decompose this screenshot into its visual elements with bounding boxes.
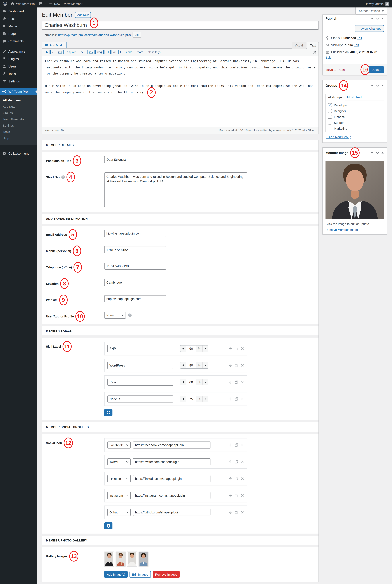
tab-visual[interactable]: Visual [292, 42, 306, 49]
collapse-toggle-icon[interactable] [382, 18, 384, 19]
sidebar-item-appearance[interactable]: Appearance [0, 48, 37, 55]
collapse-toggle-icon[interactable] [382, 152, 384, 153]
group-option-support[interactable]: Support [328, 121, 381, 125]
help-icon[interactable]: ? [61, 175, 65, 179]
stepper-increment-button[interactable] [202, 362, 208, 368]
stepper-decrement-button[interactable] [180, 396, 186, 402]
move-icon[interactable] [229, 494, 232, 497]
remove-icon[interactable] [241, 443, 244, 447]
wp-logo-menu[interactable]: W [3, 2, 7, 6]
add-social-button[interactable] [104, 522, 112, 529]
location-input[interactable] [104, 279, 166, 286]
skill-name-input[interactable] [107, 362, 173, 369]
social-url-input[interactable] [133, 458, 210, 465]
social-network-select[interactable]: Twitter [107, 458, 131, 465]
move-icon[interactable] [229, 460, 232, 463]
remove-icon[interactable] [241, 494, 244, 497]
sidebar-item-settings[interactable]: Settings [0, 78, 37, 85]
sidebar-item-comments[interactable]: Comments [0, 37, 37, 45]
social-network-select[interactable]: Facebook [107, 442, 131, 449]
duplicate-icon[interactable] [235, 460, 238, 463]
skill-name-input[interactable] [107, 345, 173, 352]
position-input[interactable] [104, 156, 166, 163]
sidebar-item-dashboard[interactable]: Dashboard [0, 8, 37, 15]
remove-member-image-link[interactable]: Remove Member image [326, 228, 358, 231]
duplicate-icon[interactable] [235, 443, 238, 447]
group-option-designer[interactable]: Designer [328, 109, 381, 113]
social-url-input[interactable] [133, 442, 210, 449]
stepper-value[interactable]: 75 [186, 396, 196, 402]
skill-name-input[interactable] [107, 379, 173, 386]
post-content-editor[interactable]: Charles Washburn was born and raised in … [42, 56, 318, 127]
telephone-input[interactable] [104, 262, 166, 269]
duplicate-icon[interactable] [235, 381, 238, 384]
submenu-groups[interactable]: Groups [0, 110, 37, 116]
remove-icon[interactable] [241, 477, 244, 480]
move-up-icon[interactable] [370, 151, 374, 154]
move-up-icon[interactable] [370, 84, 374, 87]
remove-icon[interactable] [241, 381, 244, 384]
quicktag-bold[interactable]: b [44, 50, 50, 55]
group-option-developer[interactable]: Developer [328, 103, 381, 107]
site-name-menu[interactable]: WP Team Pro [11, 2, 35, 6]
stepper-increment-button[interactable] [202, 379, 208, 385]
remove-icon[interactable] [241, 364, 244, 367]
submenu-help[interactable]: Help [0, 135, 37, 141]
checkbox[interactable] [328, 115, 332, 119]
post-title-input[interactable] [42, 21, 319, 30]
submenu-all-members[interactable]: All Members [0, 97, 37, 104]
move-icon[interactable] [229, 397, 232, 401]
remove-images-button[interactable]: Remove Images [152, 571, 180, 578]
screen-options-tab[interactable]: Screen Options [356, 8, 387, 15]
edit-permalink-button[interactable]: Edit [132, 32, 142, 38]
sidebar-item-media[interactable]: Media [0, 23, 37, 30]
remove-icon[interactable] [241, 511, 244, 514]
quicktag-code[interactable]: code [124, 50, 134, 55]
duplicate-icon[interactable] [235, 347, 238, 350]
social-url-input[interactable] [133, 509, 210, 516]
quicktag-li[interactable]: li [118, 50, 123, 55]
stepper-value[interactable]: 90 [186, 346, 196, 352]
stepper-value[interactable]: 80 [186, 362, 196, 368]
move-icon[interactable] [229, 364, 232, 367]
move-icon[interactable] [229, 477, 232, 480]
stepper-decrement-button[interactable] [180, 346, 186, 352]
duplicate-icon[interactable] [235, 477, 238, 480]
move-down-icon[interactable] [376, 17, 379, 20]
checkbox[interactable] [328, 109, 332, 113]
move-icon[interactable] [229, 511, 232, 514]
quicktag-ol[interactable]: ol [112, 50, 118, 55]
stepper-decrement-button[interactable] [180, 362, 186, 368]
move-icon[interactable] [229, 347, 232, 350]
quicktag-ul[interactable]: ul [105, 50, 110, 55]
short-bio-textarea[interactable]: Charles Washburn was born and raised in … [104, 172, 247, 207]
quicktag-italic[interactable]: i [50, 50, 55, 55]
skill-name-input[interactable] [107, 396, 173, 403]
add-new-group-link[interactable]: + Add New Group [326, 135, 352, 139]
remove-icon[interactable] [241, 347, 244, 350]
edit-visibility-link[interactable]: Edit [354, 43, 359, 47]
social-url-input[interactable] [133, 475, 210, 482]
gallery-thumb[interactable] [127, 551, 137, 566]
group-option-marketing[interactable]: Marketing [328, 127, 381, 130]
move-down-icon[interactable] [376, 84, 379, 87]
move-up-icon[interactable] [370, 17, 374, 20]
quicktag-close-tags[interactable]: close tags [146, 50, 162, 55]
checkbox[interactable] [328, 121, 332, 125]
submenu-team-generator[interactable]: Team Generator [0, 116, 37, 122]
submenu-tools[interactable]: Tools [0, 129, 37, 135]
gallery-thumb[interactable] [104, 551, 114, 566]
remove-icon[interactable] [241, 397, 244, 401]
add-skill-button[interactable] [104, 409, 112, 416]
stepper-value[interactable]: 60 [186, 379, 196, 385]
fullscreen-icon[interactable] [313, 50, 317, 54]
group-option-finance[interactable]: Finance [328, 115, 381, 119]
edit-published-link[interactable]: Edit [326, 56, 384, 59]
help-icon[interactable]: ? [128, 313, 132, 317]
email-input[interactable] [104, 230, 166, 237]
tab-most-used[interactable]: Most Used [345, 94, 364, 100]
quicktag-link[interactable]: link [56, 50, 64, 55]
sidebar-item-posts[interactable]: Posts [0, 15, 37, 23]
sidebar-item-users[interactable]: Users [0, 63, 37, 70]
gallery-thumb[interactable] [116, 551, 126, 566]
